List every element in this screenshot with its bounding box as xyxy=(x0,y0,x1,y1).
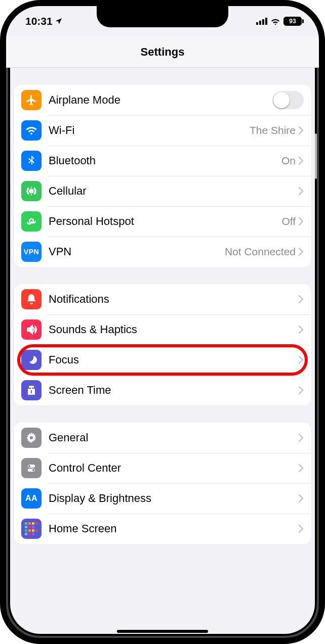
chevron-right-icon xyxy=(299,126,304,134)
hotspot-icon xyxy=(21,211,42,232)
row-home-screen[interactable]: Home Screen xyxy=(14,514,311,544)
settings-group-alerts: Notifications Sounds & Haptics Focus xyxy=(14,284,311,405)
row-label: Bluetooth xyxy=(49,154,281,167)
sounds-icon xyxy=(21,319,42,340)
airplane-icon xyxy=(21,90,42,110)
row-wifi[interactable]: Wi-Fi The Shire xyxy=(14,115,311,146)
location-icon xyxy=(55,17,63,25)
settings-group-general: General Control Center AA Display & Brig… xyxy=(14,423,311,544)
row-label: Focus xyxy=(49,353,299,366)
row-label: Personal Hotspot xyxy=(49,215,281,228)
row-display-brightness[interactable]: AA Display & Brightness xyxy=(14,483,311,514)
row-label: Screen Time xyxy=(49,384,299,397)
row-control-center[interactable]: Control Center xyxy=(14,453,311,483)
home-indicator[interactable] xyxy=(117,630,208,633)
vpn-icon: VPN xyxy=(21,242,42,262)
row-label: Display & Brightness xyxy=(49,492,299,505)
row-detail: The Shire xyxy=(250,124,296,136)
chevron-right-icon xyxy=(299,356,304,364)
row-label: Cellular xyxy=(49,185,299,198)
row-airplane-mode[interactable]: Airplane Mode xyxy=(14,85,311,115)
row-screen-time[interactable]: Screen Time xyxy=(14,375,311,405)
svg-rect-1 xyxy=(259,21,261,25)
row-sounds-haptics[interactable]: Sounds & Haptics xyxy=(14,314,311,345)
chevron-right-icon xyxy=(299,326,304,334)
row-label: Control Center xyxy=(49,462,299,475)
row-detail: Off xyxy=(281,215,296,227)
airplane-toggle[interactable] xyxy=(272,91,304,109)
chevron-right-icon xyxy=(299,295,304,303)
svg-rect-0 xyxy=(256,22,258,25)
focus-icon xyxy=(21,350,42,370)
row-detail: Not Connected xyxy=(225,246,296,258)
svg-rect-2 xyxy=(262,19,264,25)
row-personal-hotspot[interactable]: Personal Hotspot Off xyxy=(14,206,311,237)
row-label: Notifications xyxy=(49,293,299,306)
cellular-settings-icon xyxy=(21,181,42,201)
chevron-right-icon xyxy=(299,248,304,256)
row-label: VPN xyxy=(49,245,225,258)
chevron-right-icon xyxy=(299,494,304,502)
row-label: Home Screen xyxy=(49,522,299,535)
chevron-right-icon xyxy=(299,187,304,195)
display-icon: AA xyxy=(21,488,42,509)
bluetooth-icon xyxy=(21,151,42,171)
svg-point-8 xyxy=(28,465,30,467)
nav-header: Settings xyxy=(6,36,319,68)
iphone-frame: 10:31 93 Settings Airplane Mode xyxy=(0,0,325,644)
chevron-right-icon xyxy=(299,464,304,472)
svg-rect-3 xyxy=(265,18,267,25)
status-time: 10:31 xyxy=(25,15,53,27)
page-title: Settings xyxy=(141,45,185,59)
cellular-icon xyxy=(256,18,267,25)
svg-point-10 xyxy=(32,469,34,471)
chevron-right-icon xyxy=(299,217,304,225)
row-label: Airplane Mode xyxy=(49,94,272,107)
battery-indicator: 93 xyxy=(283,17,304,26)
row-detail: On xyxy=(281,155,296,167)
general-icon xyxy=(21,428,42,448)
row-general[interactable]: General xyxy=(14,423,311,453)
row-vpn[interactable]: VPN VPN Not Connected xyxy=(14,237,311,267)
home-screen-icon xyxy=(21,519,42,539)
chevron-right-icon xyxy=(299,525,304,533)
notifications-icon xyxy=(21,289,42,309)
row-notifications[interactable]: Notifications xyxy=(14,284,311,314)
chevron-right-icon xyxy=(299,386,304,394)
chevron-right-icon xyxy=(299,157,304,165)
row-bluetooth[interactable]: Bluetooth On xyxy=(14,146,311,176)
row-label: General xyxy=(49,431,299,444)
row-focus[interactable]: Focus xyxy=(14,345,311,375)
row-label: Sounds & Haptics xyxy=(49,323,299,336)
control-center-icon xyxy=(21,458,42,478)
svg-rect-4 xyxy=(31,390,32,393)
row-cellular[interactable]: Cellular xyxy=(14,176,311,206)
svg-point-6 xyxy=(30,436,33,439)
wifi-icon xyxy=(270,18,280,25)
settings-list[interactable]: Airplane Mode Wi-Fi The Shire Bluetooth … xyxy=(6,68,319,638)
chevron-right-icon xyxy=(299,434,304,442)
notch xyxy=(97,6,228,27)
screentime-icon xyxy=(21,380,42,400)
scroll-indicator xyxy=(315,133,317,179)
battery-level: 93 xyxy=(289,18,296,25)
wifi-settings-icon xyxy=(21,120,42,141)
settings-group-connectivity: Airplane Mode Wi-Fi The Shire Bluetooth … xyxy=(14,85,311,267)
row-label: Wi-Fi xyxy=(49,124,250,137)
